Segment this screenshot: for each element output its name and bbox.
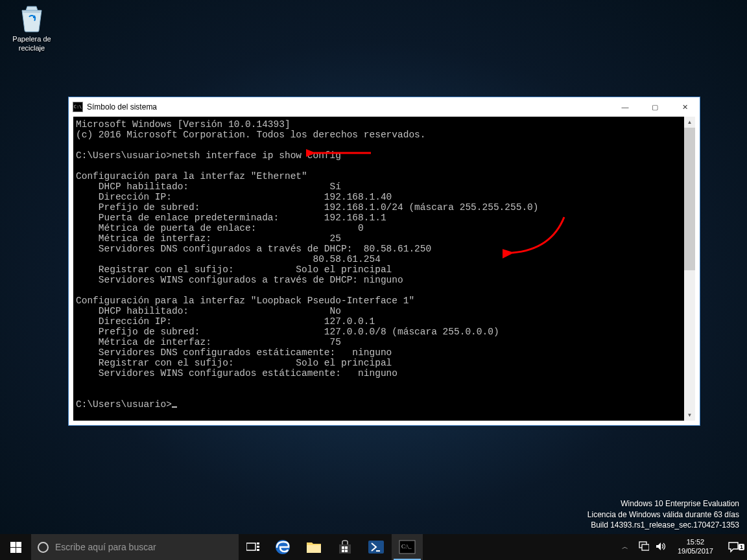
svg-rect-6 [257, 542, 259, 544]
svg-rect-7 [257, 546, 259, 548]
pinned-apps: C:\_ [267, 534, 423, 560]
svg-rect-5 [246, 543, 255, 550]
network-icon[interactable] [639, 541, 649, 553]
recycle-bin-icon [17, 3, 47, 32]
cursor [172, 406, 177, 408]
svg-text:C:\_: C:\_ [401, 543, 412, 550]
clock[interactable]: 15:52 19/05/2017 [671, 538, 720, 556]
notification-icon [728, 541, 739, 553]
scroll-track[interactable] [684, 128, 695, 410]
taskbar: Escribe aquí para buscar C:\_ ︿ 15:52 19… [0, 534, 747, 560]
action-center-button[interactable]: 1 [720, 541, 747, 553]
svg-rect-11 [345, 546, 348, 549]
volume-icon[interactable] [656, 542, 666, 553]
windows-logo-icon [10, 542, 21, 553]
start-button[interactable] [0, 534, 31, 560]
cortana-icon [38, 542, 49, 553]
edge-icon [275, 539, 290, 555]
taskbar-powershell[interactable] [361, 534, 392, 560]
terminal-body[interactable]: Microsoft Windows [Versión 10.0.14393] (… [73, 117, 695, 421]
svg-rect-1 [10, 542, 16, 547]
scroll-up-button[interactable]: ▲ [684, 117, 695, 128]
scrollbar[interactable]: ▲ ▼ [684, 117, 695, 421]
powershell-icon [368, 540, 385, 554]
svg-rect-10 [342, 546, 344, 549]
taskbar-file-explorer[interactable] [298, 534, 329, 560]
date-text: 19/05/2017 [678, 547, 713, 556]
recycle-bin-label: Papelera de reciclaje [8, 35, 56, 53]
scroll-down-button[interactable]: ▼ [684, 410, 695, 421]
chevron-up-icon: ︿ [622, 542, 628, 552]
tray-overflow-button[interactable]: ︿ [617, 534, 634, 560]
svg-rect-8 [257, 549, 259, 551]
search-placeholder: Escribe aquí para buscar [55, 542, 156, 552]
folder-icon [306, 540, 322, 554]
task-view-icon [246, 542, 259, 552]
taskbar-edge[interactable] [267, 534, 298, 560]
titlebar[interactable]: C:\ Símbolo del sistema — ▢ ✕ [69, 97, 700, 117]
desktop-icon-recycle-bin[interactable]: Papelera de reciclaje [8, 3, 56, 53]
window-title: Símbolo del sistema [87, 102, 610, 111]
terminal-output: Microsoft Windows [Versión 10.0.14393] (… [73, 117, 684, 421]
minimize-button[interactable]: — [610, 97, 640, 117]
taskbar-cmd[interactable]: C:\_ [392, 534, 423, 560]
search-box[interactable]: Escribe aquí para buscar [31, 534, 239, 560]
windows-activation-text: Windows 10 Enterprise Evaluation Licenci… [587, 498, 739, 530]
task-view-button[interactable] [239, 534, 267, 560]
store-icon [337, 539, 353, 555]
svg-rect-18 [642, 544, 649, 550]
close-button[interactable]: ✕ [670, 97, 700, 117]
svg-rect-4 [16, 548, 21, 553]
svg-rect-3 [10, 548, 16, 553]
cmd-taskbar-icon: C:\_ [399, 540, 416, 554]
svg-rect-13 [345, 550, 348, 552]
cmd-icon: C:\ [73, 102, 83, 112]
scroll-thumb[interactable] [684, 128, 695, 270]
svg-rect-12 [342, 550, 344, 552]
taskbar-store[interactable] [329, 534, 361, 560]
system-tray: ︿ 15:52 19/05/2017 1 [617, 534, 747, 560]
svg-rect-2 [16, 542, 21, 547]
time-text: 15:52 [678, 538, 713, 547]
notification-badge: 1 [739, 544, 744, 550]
command-prompt-window: C:\ Símbolo del sistema — ▢ ✕ Microsoft … [68, 97, 700, 426]
maximize-button[interactable]: ▢ [640, 97, 670, 117]
